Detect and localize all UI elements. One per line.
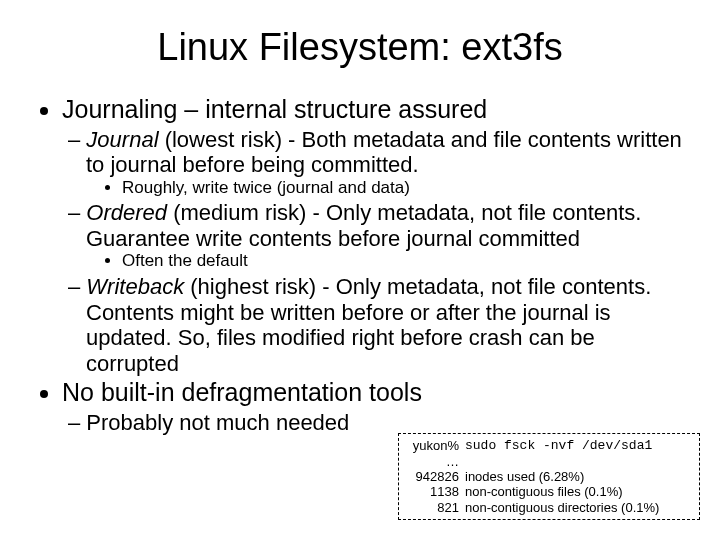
terminal-line: 821 non-contiguous directories (0.1%) <box>405 500 693 515</box>
sub-sub-list: Roughly, write twice (journal and data) <box>86 178 686 199</box>
sub-journal: Journal (lowest risk) - Both metadata an… <box>86 127 686 199</box>
term-writeback: Writeback <box>86 274 184 299</box>
journal-note: Roughly, write twice (journal and data) <box>122 178 686 199</box>
sub-defrag-note: Probably not much needed <box>86 410 686 436</box>
bullet-text: No built-in defragmentation tools <box>62 378 422 406</box>
ordered-note: Often the default <box>122 251 686 272</box>
bullet-list: Journaling – internal structure assured … <box>34 95 686 435</box>
sub-writeback: Writeback (highest risk) - Only metadata… <box>86 274 686 376</box>
term-journal: Journal <box>86 127 158 152</box>
journal-desc: (lowest risk) - Both metadata and file c… <box>86 127 682 178</box>
command: sudo fsck -nvf /dev/sda1 <box>465 438 693 453</box>
bullet-text: Journaling – internal structure assured <box>62 95 487 123</box>
count: 1138 <box>405 484 465 499</box>
slide: Linux Filesystem: ext3fs Journaling – in… <box>0 0 720 540</box>
bullet-defrag: No built-in defragmentation tools Probab… <box>62 378 686 435</box>
count-label: inodes used (6.28%) <box>465 469 693 484</box>
slide-title: Linux Filesystem: ext3fs <box>34 26 686 69</box>
count-label: non-contiguous files (0.1%) <box>465 484 693 499</box>
terminal-output-box: yukon% sudo fsck -nvf /dev/sda1 … 942826… <box>398 433 700 520</box>
count: 821 <box>405 500 465 515</box>
count: 942826 <box>405 469 465 484</box>
ordered-desc: (medium risk) - Only metadata, not file … <box>86 200 641 251</box>
sub-sub-list: Often the default <box>86 251 686 272</box>
terminal-line: … <box>405 454 693 469</box>
prompt: yukon% <box>405 438 465 453</box>
count-label: non-contiguous directories (0.1%) <box>465 500 693 515</box>
ellipsis: … <box>405 454 465 469</box>
sub-ordered: Ordered (medium risk) - Only metadata, n… <box>86 200 686 272</box>
terminal-line: 942826 inodes used (6.28%) <box>405 469 693 484</box>
terminal-line: 1138 non-contiguous files (0.1%) <box>405 484 693 499</box>
term-ordered: Ordered <box>86 200 167 225</box>
terminal-line: yukon% sudo fsck -nvf /dev/sda1 <box>405 438 693 453</box>
sub-list: Probably not much needed <box>62 410 686 436</box>
sub-list: Journal (lowest risk) - Both metadata an… <box>62 127 686 377</box>
bullet-journaling: Journaling – internal structure assured … <box>62 95 686 376</box>
